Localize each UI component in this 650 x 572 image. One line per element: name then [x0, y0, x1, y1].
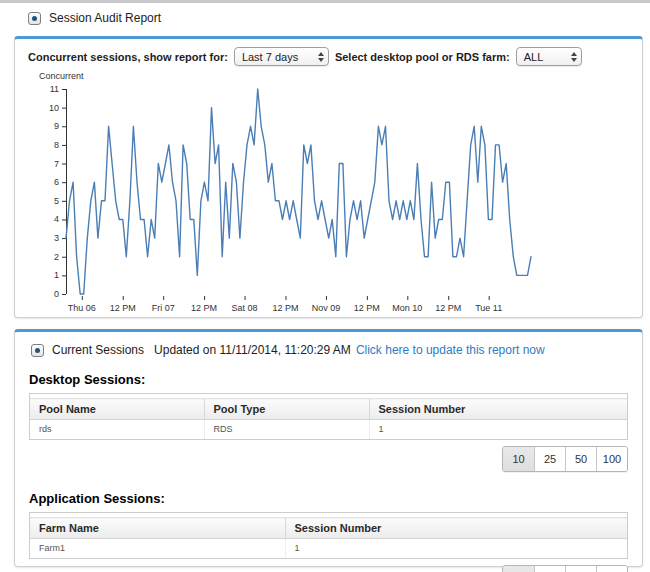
svg-text:Mon 10: Mon 10 [392, 303, 422, 313]
application-sessions-table: Farm NameSession NumberFarm11 [30, 517, 627, 558]
page-size-button-100[interactable]: 100 [596, 447, 627, 471]
desktop-page-size-pager: 102550100 [502, 446, 628, 472]
table-cell: RDS [204, 420, 369, 440]
column-header: Session Number [285, 518, 627, 539]
desktop-sessions-heading: Desktop Sessions: [29, 372, 642, 387]
table-cell: 1 [369, 420, 627, 440]
application-pager-row: 102550100 [15, 565, 628, 572]
svg-text:6: 6 [54, 177, 59, 187]
select-arrows-icon [571, 52, 577, 62]
svg-text:Thu 06: Thu 06 [68, 303, 96, 313]
page-size-button-25[interactable]: 25 [534, 447, 565, 471]
updated-timestamp: Updated on 11/11/2014, 11:20:29 AM [154, 343, 351, 357]
desktop-sessions-table: Pool NamePool TypeSession NumberrdsRDS1 [30, 398, 627, 439]
svg-text:10: 10 [49, 103, 59, 113]
svg-text:Fri 07: Fri 07 [152, 303, 175, 313]
column-header: Farm Name [30, 518, 285, 539]
svg-text:12 PM: 12 PM [110, 303, 136, 313]
svg-text:12 PM: 12 PM [435, 303, 461, 313]
svg-text:Concurrent: Concurrent [39, 71, 84, 81]
svg-text:12 PM: 12 PM [354, 303, 380, 313]
desktop-pager-row: 102550100 [15, 446, 628, 472]
svg-text:2: 2 [54, 252, 59, 262]
svg-text:5: 5 [54, 196, 59, 206]
table-row: Farm11 [30, 539, 627, 559]
svg-text:0: 0 [54, 289, 59, 299]
svg-text:1: 1 [54, 270, 59, 280]
table-cell: 1 [285, 539, 627, 559]
period-select-value: Last 7 days [242, 51, 298, 63]
page-size-button-100[interactable]: 100 [596, 566, 627, 572]
page-size-button-25[interactable]: 25 [534, 566, 565, 572]
application-sessions-heading: Application Sessions: [29, 491, 642, 506]
svg-text:Tue 11: Tue 11 [475, 303, 502, 313]
chart-toolbar: Concurrent sessions, show report for: La… [15, 39, 642, 66]
table-row: rdsRDS1 [30, 420, 627, 440]
report-icon [31, 344, 44, 357]
svg-text:11: 11 [50, 84, 59, 94]
update-report-link[interactable]: Click here to update this report now [356, 343, 545, 357]
column-header: Pool Type [204, 399, 369, 420]
svg-text:12 PM: 12 PM [191, 303, 217, 313]
pool-filter-label: Select desktop pool or RDS farm: [335, 51, 510, 63]
page-title: Session Audit Report [49, 11, 161, 25]
svg-text:3: 3 [54, 233, 59, 243]
application-page-size-pager: 102550100 [502, 565, 628, 572]
current-sessions-header: Current Sessions Updated on 11/11/2014, … [15, 332, 642, 357]
pool-select-value: ALL [524, 51, 544, 63]
concurrent-sessions-chart: Concurrent01234567891011Thu 0612 PMFri 0… [15, 68, 644, 318]
report-icon [28, 12, 41, 25]
column-header: Pool Name [30, 399, 204, 420]
chart-panel: Concurrent sessions, show report for: La… [14, 36, 643, 318]
svg-text:Sat 08: Sat 08 [232, 303, 258, 313]
svg-text:8: 8 [54, 140, 59, 150]
desktop-sessions-table-wrap: Pool NamePool TypeSession NumberrdsRDS1 [29, 393, 628, 440]
page-header: Session Audit Report [0, 3, 650, 32]
current-sessions-panel: Current Sessions Updated on 11/11/2014, … [14, 329, 643, 567]
table-cell: rds [30, 420, 204, 440]
page-size-button-50[interactable]: 50 [565, 566, 596, 572]
page-size-button-50[interactable]: 50 [565, 447, 596, 471]
page-size-button-10[interactable]: 10 [503, 447, 534, 471]
application-sessions-table-wrap: Farm NameSession NumberFarm11 [29, 512, 628, 559]
period-select[interactable]: Last 7 days [234, 47, 329, 66]
table-cell: Farm1 [30, 539, 285, 559]
current-sessions-title: Current Sessions [52, 343, 144, 357]
svg-text:7: 7 [54, 159, 59, 169]
select-arrows-icon [318, 52, 324, 62]
svg-text:12 PM: 12 PM [272, 303, 298, 313]
svg-text:9: 9 [54, 121, 59, 131]
svg-text:4: 4 [54, 214, 59, 224]
page-size-button-10[interactable]: 10 [503, 566, 534, 572]
svg-text:Nov 09: Nov 09 [312, 303, 341, 313]
column-header: Session Number [369, 399, 627, 420]
period-filter-label: Concurrent sessions, show report for: [28, 51, 228, 63]
pool-select[interactable]: ALL [516, 47, 582, 66]
